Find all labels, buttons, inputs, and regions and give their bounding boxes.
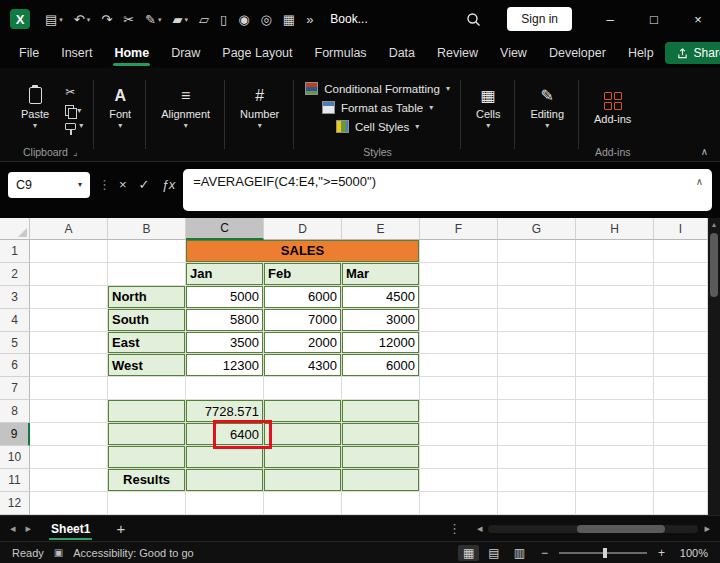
cell-G11[interactable] <box>498 469 576 492</box>
cell-F9[interactable] <box>420 423 498 446</box>
horizontal-scrollbar[interactable] <box>488 525 698 533</box>
editing-button[interactable]: ✎ Editing ▾ <box>523 84 571 132</box>
formula-bar-drag-handle[interactable]: ⋮ <box>98 177 111 192</box>
cell-E4[interactable]: 3000 <box>342 309 420 332</box>
cell-B11[interactable]: Results <box>108 469 186 492</box>
cell-D8[interactable] <box>264 400 342 423</box>
formula-input[interactable]: =AVERAGEIF(C4:E4,">=5000") ∧ <box>183 169 712 211</box>
cell-C12[interactable] <box>186 492 264 515</box>
row-header-7[interactable]: 7 <box>0 377 30 400</box>
cell-E7[interactable] <box>342 377 420 400</box>
undo-icon[interactable]: ↶▾ <box>69 10 95 29</box>
cell-B2[interactable] <box>108 263 186 286</box>
column-header-G[interactable]: G <box>498 218 576 240</box>
cell-G7[interactable] <box>498 377 576 400</box>
column-header-A[interactable]: A <box>30 218 108 240</box>
row-header-11[interactable]: 11 <box>0 469 30 492</box>
cell-A9[interactable] <box>30 423 108 446</box>
select-all-corner[interactable] <box>0 218 30 240</box>
cell-styles-button[interactable]: Cell Styles ▾ <box>333 119 422 134</box>
cell-I8[interactable] <box>654 400 708 423</box>
accessibility-status[interactable]: Accessibility: Good to go <box>73 547 193 559</box>
tab-review[interactable]: Review <box>426 40 489 66</box>
cells-button[interactable]: ▦ Cells ▾ <box>469 84 507 132</box>
addins-button[interactable]: Add-ins <box>587 89 638 127</box>
cell-F1[interactable] <box>420 240 498 263</box>
cell-F10[interactable] <box>420 446 498 469</box>
cell-F5[interactable] <box>420 332 498 355</box>
cell-F2[interactable] <box>420 263 498 286</box>
cell-C5[interactable]: 3500 <box>186 332 264 355</box>
cell-A12[interactable] <box>30 492 108 515</box>
zoom-in-button[interactable]: + <box>656 546 667 560</box>
close-button[interactable]: × <box>676 0 720 38</box>
cell-B1[interactable] <box>108 240 186 263</box>
cell-A7[interactable] <box>30 377 108 400</box>
cell-H1[interactable] <box>576 240 654 263</box>
insert-function-button[interactable]: ƒx <box>162 178 176 191</box>
vertical-scrollbar-thumb[interactable] <box>710 233 718 297</box>
save-icon[interactable]: ▤▾ <box>40 10 68 29</box>
cell-E6[interactable]: 6000 <box>342 354 420 377</box>
hscroll-left-arrow[interactable]: ◂ <box>477 523 483 534</box>
sheet-nav-left[interactable]: ◂ <box>10 523 16 534</box>
format-as-table-button[interactable]: Format as Table ▾ <box>319 100 436 115</box>
cell-D4[interactable]: 7000 <box>264 309 342 332</box>
cell-H5[interactable] <box>576 332 654 355</box>
cell-D5[interactable]: 2000 <box>264 332 342 355</box>
page-break-preview-button[interactable]: ▥ <box>509 545 530 561</box>
cell-E10[interactable] <box>342 446 420 469</box>
row-header-2[interactable]: 2 <box>0 263 30 286</box>
cell-A6[interactable] <box>30 354 108 377</box>
excel-logo-icon[interactable]: X <box>10 9 30 29</box>
eraser-icon[interactable]: ▱ <box>194 10 214 29</box>
draw-pen-icon[interactable]: ✎▾ <box>140 10 166 29</box>
cell-G8[interactable] <box>498 400 576 423</box>
pin-icon[interactable]: ◉ <box>233 10 254 29</box>
minimize-button[interactable]: – <box>588 0 632 38</box>
cell-B8[interactable] <box>108 400 186 423</box>
row-header-4[interactable]: 4 <box>0 309 30 332</box>
cell-A10[interactable] <box>30 446 108 469</box>
cell-C11[interactable] <box>186 469 264 492</box>
row-header-3[interactable]: 3 <box>0 286 30 309</box>
search-button[interactable] <box>456 8 491 31</box>
redo-icon[interactable]: ↷ <box>96 10 117 29</box>
cell-H3[interactable] <box>576 286 654 309</box>
cell-D6[interactable]: 4300 <box>264 354 342 377</box>
collapse-ribbon-button[interactable]: ∧ <box>701 146 708 157</box>
tab-file[interactable]: File <box>8 40 50 66</box>
enter-button[interactable]: ✓ <box>139 178 150 191</box>
column-header-F[interactable]: F <box>420 218 498 240</box>
maximize-button[interactable]: □ <box>632 0 676 38</box>
column-header-H[interactable]: H <box>576 218 654 240</box>
cell-G12[interactable] <box>498 492 576 515</box>
name-box-dropdown-icon[interactable]: ▾ <box>78 181 82 189</box>
cell-E5[interactable]: 12000 <box>342 332 420 355</box>
row-header-5[interactable]: 5 <box>0 332 30 355</box>
zoom-slider-thumb[interactable] <box>603 548 607 558</box>
scroll-up-icon[interactable]: ▲ <box>711 221 718 228</box>
alignment-button[interactable]: ≡ Alignment ▾ <box>154 84 217 132</box>
row-header-9[interactable]: 9 <box>0 423 30 446</box>
cell-F11[interactable] <box>420 469 498 492</box>
cut-button[interactable]: ✂ <box>62 84 86 100</box>
cell-I11[interactable] <box>654 469 708 492</box>
cell-D7[interactable] <box>264 377 342 400</box>
sheet-nav-right[interactable]: ▸ <box>26 523 32 534</box>
tab-help[interactable]: Help <box>617 40 665 66</box>
cell-B6[interactable]: West <box>108 354 186 377</box>
cell-E8[interactable] <box>342 400 420 423</box>
cell-D3[interactable]: 6000 <box>264 286 342 309</box>
cell-E11[interactable] <box>342 469 420 492</box>
tab-formulas[interactable]: Formulas <box>304 40 378 66</box>
cell-D10[interactable] <box>264 446 342 469</box>
cell-I7[interactable] <box>654 377 708 400</box>
cell-E2[interactable]: Mar <box>342 263 420 286</box>
cell-H11[interactable] <box>576 469 654 492</box>
tab-data[interactable]: Data <box>378 40 426 66</box>
paste-button[interactable]: Paste ▾ <box>14 84 56 132</box>
row-header-10[interactable]: 10 <box>0 446 30 469</box>
cell-G4[interactable] <box>498 309 576 332</box>
table-icon[interactable]: ▦ <box>278 10 300 29</box>
